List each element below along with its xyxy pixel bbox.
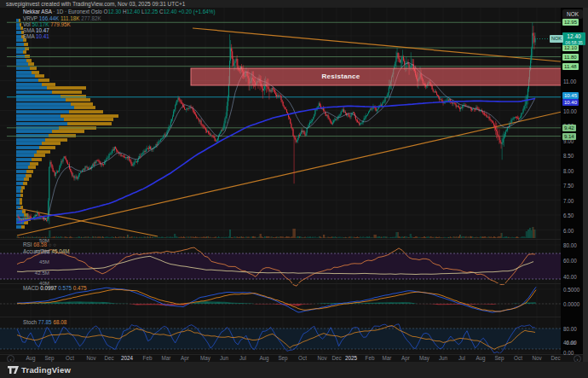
- time-axis-Dec[interactable]: Dec: [104, 355, 113, 362]
- time-axis-Nov[interactable]: Nov: [532, 355, 541, 362]
- bar-countdown: 06:58:35: [562, 40, 585, 46]
- level-badge-9.42: 9.42: [562, 125, 576, 131]
- time-axis-May[interactable]: May: [200, 355, 210, 362]
- window-edge-strip: [583, 8, 588, 362]
- main-legend-row[interactable]: Nekkar ASA · 1D · Euronext Oslo O12.30 H…: [23, 9, 216, 15]
- accum-dist-legend-row[interactable]: Accum/Dist 45.04M: [23, 248, 70, 254]
- time-axis-Oct[interactable]: Oct: [66, 355, 74, 362]
- ad-left-tick-42.5M: 42.5M: [32, 269, 49, 275]
- rsi-legend-row[interactable]: RSI 68.58 ○ ○: [23, 241, 56, 247]
- time-axis-Aug[interactable]: Aug: [259, 355, 268, 362]
- exchange-label: Euronext Oslo: [68, 9, 102, 15]
- price-tick-7.50: 7.50: [563, 183, 574, 189]
- time-axis-Aug[interactable]: Aug: [476, 355, 485, 362]
- time-axis-Dec[interactable]: Dec: [551, 355, 560, 362]
- tradingview-chart-window: savepiginvest created with TradingView.c…: [0, 0, 588, 378]
- time-axis-Jun[interactable]: Jun: [439, 355, 447, 362]
- watermark-bar: savepiginvest created with TradingView.c…: [0, 0, 588, 8]
- price-tick-10.00: 10.00: [563, 108, 577, 113]
- time-axis-Mar[interactable]: Mar: [383, 355, 392, 362]
- time-axis-Nov[interactable]: Nov: [317, 355, 326, 362]
- last-price-badge: 12.4006:58:35: [562, 32, 585, 45]
- sma-badge: 10.40: [562, 99, 579, 106]
- vrvp-legend-row[interactable]: VRVP 166.44K 111.18K 277.82K: [23, 15, 101, 21]
- time-axis-2024[interactable]: 2024: [121, 355, 133, 362]
- time-axis-Jul[interactable]: Jul: [458, 355, 465, 362]
- ad-left-tick-45M: 45M: [32, 259, 49, 265]
- time-axis-Sep[interactable]: Sep: [44, 355, 54, 362]
- currency-mini-badge: NOK: [550, 35, 563, 43]
- rsi-tick-40.00: 40.00: [563, 274, 577, 280]
- time-axis-May[interactable]: May: [419, 355, 429, 362]
- time-axis-Feb[interactable]: Feb: [143, 355, 153, 362]
- last-price-value: 12.40: [562, 32, 585, 40]
- currency-button[interactable]: NOK: [562, 9, 583, 19]
- time-axis-Jul[interactable]: Jul: [239, 355, 246, 362]
- price-tick-6.00: 6.00: [563, 227, 574, 233]
- time-axis-Dec[interactable]: Dec: [331, 355, 341, 362]
- symbol-name: Nekkar ASA: [23, 9, 52, 15]
- level-badge-11.48: 11.48: [562, 63, 579, 70]
- time-axis-Oct[interactable]: Oct: [514, 355, 522, 362]
- sma-fast-legend-row[interactable]: SMA 10.47: [23, 27, 49, 33]
- time-axis-Mar[interactable]: Mar: [162, 355, 171, 362]
- time-axis-Jun[interactable]: Jun: [220, 355, 228, 362]
- price-tick-11.00: 11.00: [563, 78, 576, 84]
- level-badge-9.14: 9.14: [562, 133, 576, 140]
- macd-legend-row[interactable]: MACD 0.0997 0.575 0.475: [23, 285, 87, 291]
- watermark-text: savepiginvest created with TradingView.c…: [6, 1, 185, 7]
- tradingview-logo-icon[interactable]: [8, 366, 20, 376]
- macd-tick-0.0000: 0.0000: [563, 301, 579, 307]
- footer-bar: TradingView: [0, 362, 588, 378]
- price-tick-6.50: 6.50: [563, 212, 574, 218]
- level-badge-12.95: 12.95: [562, 19, 579, 26]
- price-tick-8.50: 8.50: [563, 153, 574, 159]
- time-axis-Sep[interactable]: Sep: [494, 355, 504, 362]
- stoch-tick-0.00: 0.00: [563, 350, 574, 356]
- time-axis-Apr[interactable]: Apr: [401, 355, 410, 362]
- rsi-tick-60.00: 60.00: [563, 258, 577, 264]
- time-axis-Oct[interactable]: Oct: [298, 355, 307, 362]
- time-axis-Nov[interactable]: Nov: [86, 355, 95, 362]
- level-badge-11.80: 11.80: [562, 54, 579, 61]
- rsi-tick-80.00: 80.00: [563, 242, 577, 248]
- volume-legend-row[interactable]: Vol 50.17K 779.95K: [23, 21, 71, 27]
- price-tick-7.00: 7.00: [563, 197, 574, 203]
- time-axis-Sep[interactable]: Sep: [278, 355, 287, 362]
- stoch-tick-80.00: 80.00: [563, 326, 577, 332]
- time-axis-Apr[interactable]: Apr: [181, 355, 189, 362]
- time-axis-2025[interactable]: 2025: [345, 355, 357, 362]
- stoch-legend-row[interactable]: Stoch 77.85 68.08: [23, 319, 66, 325]
- price-tick-8.00: 8.00: [563, 167, 574, 173]
- chart-canvas[interactable]: [0, 0, 588, 378]
- tradingview-logo-text[interactable]: TradingView: [21, 365, 71, 375]
- time-axis-Feb[interactable]: Feb: [366, 355, 375, 362]
- sma-slow-legend-row[interactable]: SMA 10.41: [23, 33, 49, 39]
- level-badge-12.10: 12.10: [562, 44, 579, 51]
- volume-zero-label: 0.00: [566, 340, 576, 346]
- ad-left-tick-40M: 40M: [32, 279, 49, 285]
- time-axis-Aug[interactable]: Aug: [26, 355, 35, 362]
- resistance-zone-label[interactable]: Resistance: [191, 68, 491, 85]
- macd-tick-0.5000: 0.5000: [563, 287, 579, 293]
